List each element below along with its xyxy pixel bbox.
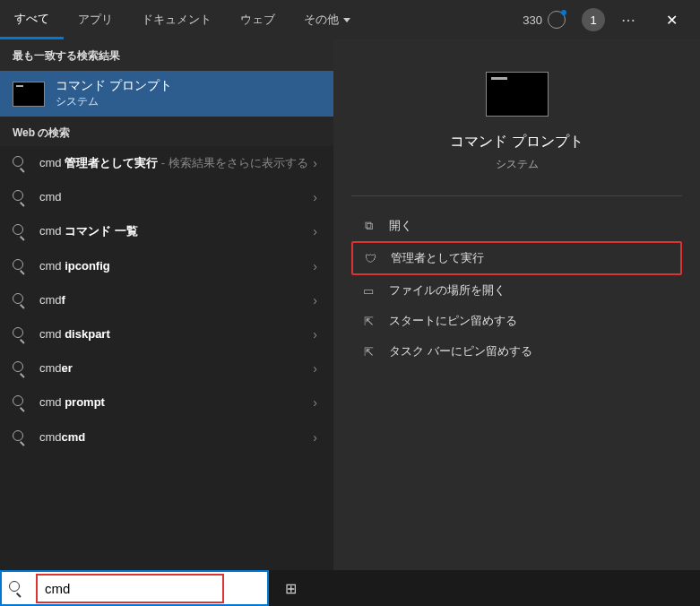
result-text: cmd (39, 189, 309, 205)
action-run-as-admin[interactable]: 🛡 管理者として実行 (351, 241, 682, 275)
result-text: cmd コマンド 一覧 (39, 223, 309, 239)
web-result-item[interactable]: cmder› (0, 351, 333, 385)
more-options-icon[interactable]: ⋯ (614, 8, 643, 32)
search-icon (13, 361, 27, 376)
app-subtitle: システム (496, 157, 539, 172)
cmd-app-icon-large (486, 72, 549, 117)
web-result-item[interactable]: cmd 管理者として実行 - 検索結果をさらに表示する› (0, 146, 333, 180)
result-text: cmd diskpart (39, 326, 309, 342)
action-open-label: 開く (389, 218, 412, 234)
tab-more[interactable]: その他 (290, 0, 365, 39)
search-tabs: すべて アプリ ドキュメント ウェブ その他 (0, 0, 515, 39)
search-icon (13, 293, 27, 307)
web-result-item[interactable]: cmd prompt› (0, 385, 333, 420)
result-text: cmd ipconfig (39, 258, 309, 274)
chevron-right-icon[interactable]: › (309, 190, 321, 204)
result-text: cmd 管理者として実行 - 検索結果をさらに表示する (39, 155, 309, 171)
main-content: 最も一致する検索結果 コマンド プロンプト システム Web の検索 cmd 管… (0, 39, 700, 570)
preview-panel: コマンド プロンプト システム ⧉ 開く 🛡 管理者として実行 ▭ ファイルの場… (333, 39, 700, 570)
cmd-app-icon (13, 82, 45, 107)
result-text: cmd prompt (39, 394, 309, 411)
chevron-right-icon[interactable]: › (309, 259, 321, 273)
tab-web[interactable]: ウェブ (226, 0, 290, 39)
web-result-item[interactable]: cmd diskpart› (0, 317, 333, 351)
web-results-header: Web の検索 (0, 117, 333, 146)
action-pin-start-label: スタートにピン留めする (389, 313, 517, 329)
points-value: 330 (523, 13, 542, 27)
search-icon (13, 430, 27, 445)
chevron-right-icon[interactable]: › (309, 430, 321, 445)
header-right: 330 1 ⋯ ✕ (515, 0, 700, 39)
close-button[interactable]: ✕ (652, 0, 691, 39)
web-results-list: cmd 管理者として実行 - 検索結果をさらに表示する›cmd›cmd コマンド… (0, 146, 333, 454)
rewards-points[interactable]: 330 (515, 7, 573, 32)
header-bar: すべて アプリ ドキュメント ウェブ その他 330 1 ⋯ ✕ (0, 0, 700, 39)
search-icon (13, 156, 27, 170)
app-preview: コマンド プロンプト システム (333, 57, 700, 195)
search-icon (13, 190, 27, 204)
web-result-item[interactable]: cmd› (0, 180, 333, 214)
result-text: cmdcmd (39, 429, 309, 446)
chevron-right-icon[interactable]: › (309, 395, 321, 410)
user-badge[interactable]: 1 (582, 8, 605, 31)
taskbar: ⊞ (0, 570, 700, 606)
action-open-location[interactable]: ▭ ファイルの場所を開く (351, 275, 682, 306)
search-icon (13, 259, 27, 273)
search-icon (13, 224, 27, 238)
best-match-item[interactable]: コマンド プロンプト システム (0, 71, 333, 117)
actions-list: ⧉ 開く 🛡 管理者として実行 ▭ ファイルの場所を開く ⇱ スタートにピン留め… (333, 196, 700, 381)
result-text: cmdf (39, 292, 309, 308)
search-box[interactable] (0, 570, 269, 606)
open-icon: ⧉ (360, 219, 376, 233)
task-view-icon[interactable]: ⊞ (285, 580, 297, 597)
pin-icon: ⇱ (360, 314, 376, 328)
action-open-location-label: ファイルの場所を開く (389, 282, 506, 299)
action-pin-start[interactable]: ⇱ スタートにピン留めする (351, 306, 682, 336)
web-result-item[interactable]: cmd コマンド 一覧› (0, 214, 333, 248)
chevron-right-icon[interactable]: › (309, 327, 321, 342)
best-match-title: コマンド プロンプト (56, 78, 172, 94)
web-result-item[interactable]: cmdf› (0, 283, 333, 317)
result-text: cmder (39, 360, 309, 377)
web-result-item[interactable]: cmdcmd› (0, 420, 333, 454)
results-panel: 最も一致する検索結果 コマンド プロンプト システム Web の検索 cmd 管… (0, 39, 333, 570)
chevron-right-icon[interactable]: › (309, 293, 321, 307)
folder-icon: ▭ (360, 283, 376, 298)
best-match-subtitle: システム (56, 94, 172, 109)
tab-documents[interactable]: ドキュメント (127, 0, 226, 39)
search-icon (13, 327, 27, 342)
search-input[interactable] (41, 577, 219, 600)
tab-apps[interactable]: アプリ (64, 0, 127, 39)
action-pin-taskbar-label: タスク バーにピン留めする (389, 343, 532, 359)
best-match-header: 最も一致する検索結果 (0, 39, 333, 71)
tab-all[interactable]: すべて (0, 0, 64, 39)
pin-icon: ⇱ (360, 344, 376, 359)
app-title: コマンド プロンプト (450, 133, 583, 152)
best-match-text: コマンド プロンプト システム (56, 78, 172, 109)
taskbar-rest: ⊞ (269, 570, 700, 606)
admin-icon: 🛡 (362, 251, 378, 265)
action-pin-taskbar[interactable]: ⇱ タスク バーにピン留めする (351, 336, 682, 367)
search-icon (9, 581, 23, 595)
action-run-admin-label: 管理者として実行 (391, 250, 484, 266)
search-icon (13, 395, 27, 410)
rewards-icon (548, 11, 566, 29)
search-input-highlight (36, 574, 224, 603)
web-result-item[interactable]: cmd ipconfig› (0, 249, 333, 283)
chevron-right-icon[interactable]: › (309, 361, 321, 376)
chevron-right-icon[interactable]: › (309, 224, 321, 238)
action-open[interactable]: ⧉ 開く (351, 211, 682, 241)
chevron-right-icon[interactable]: › (309, 156, 321, 170)
